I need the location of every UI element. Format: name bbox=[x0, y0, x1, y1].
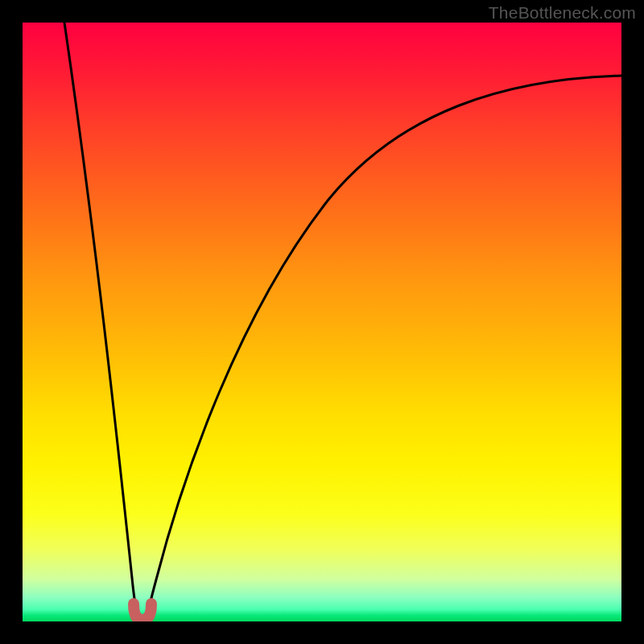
curve-overlay bbox=[23, 23, 621, 621]
bottleneck-curve-right bbox=[148, 76, 621, 612]
watermark-text: TheBottleneck.com bbox=[489, 3, 636, 23]
plot-area bbox=[23, 23, 621, 621]
min-marker bbox=[134, 604, 151, 620]
bottleneck-curve-left bbox=[64, 23, 137, 612]
chart-frame: TheBottleneck.com bbox=[0, 0, 644, 644]
